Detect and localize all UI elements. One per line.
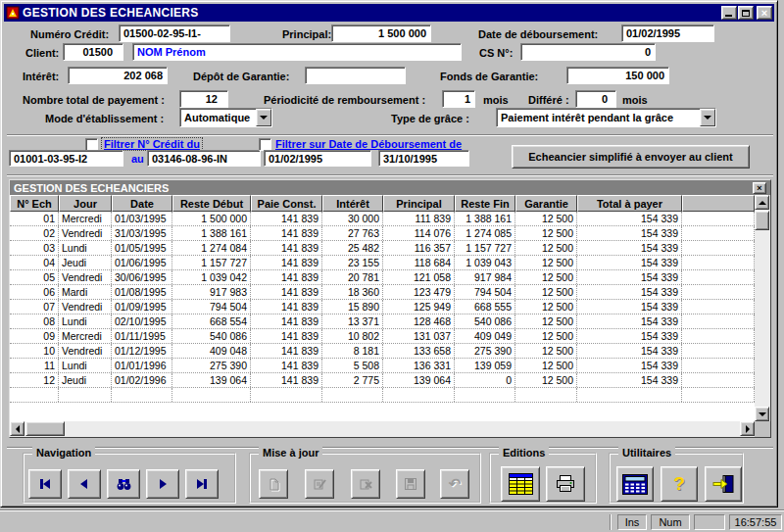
table-cell[interactable]: 540 086: [455, 314, 515, 328]
table-cell[interactable]: 116 357: [383, 241, 455, 255]
table-cell[interactable]: 154 339: [577, 344, 682, 358]
table-cell[interactable]: 01/02/1996: [112, 373, 172, 387]
fonds-garantie-field[interactable]: 150 000: [566, 67, 669, 84]
table-cell[interactable]: 06: [10, 285, 59, 299]
table-cell[interactable]: 01/08/1995: [112, 285, 172, 299]
client-code-field[interactable]: 01500: [63, 43, 123, 61]
table-cell[interactable]: Vendredi: [59, 300, 112, 314]
new-record-button[interactable]: [259, 469, 288, 499]
close-button[interactable]: ×: [757, 6, 772, 20]
table-cell[interactable]: 668 554: [172, 314, 251, 328]
exit-button[interactable]: [705, 466, 742, 502]
table-cell[interactable]: Lundi: [59, 241, 112, 255]
mode-dropdown-button[interactable]: [256, 109, 271, 126]
table-cell[interactable]: 141 839: [251, 212, 322, 225]
table-cell[interactable]: 154 339: [577, 212, 682, 225]
table-cell[interactable]: Vendredi: [59, 226, 112, 240]
maximize-button[interactable]: [738, 6, 754, 20]
edit-record-button[interactable]: [305, 469, 334, 499]
table-row[interactable]: 06Mardi01/08/1995917 983141 83918 360123…: [10, 285, 755, 300]
table-cell[interactable]: 118 684: [383, 256, 455, 269]
table-cell[interactable]: 09: [10, 329, 59, 343]
table-cell[interactable]: 917 983: [172, 285, 251, 299]
table-cell[interactable]: 01/12/1995: [112, 344, 172, 358]
table-cell[interactable]: 1 039 043: [455, 256, 515, 269]
interet-field[interactable]: 202 068: [68, 67, 168, 84]
table-cell[interactable]: 794 504: [172, 300, 251, 314]
vertical-scrollbar[interactable]: [755, 195, 770, 421]
filter-date-to-field[interactable]: 31/10/1995: [378, 150, 469, 167]
nav-last-button[interactable]: [185, 469, 219, 499]
table-cell[interactable]: 02/10/1995: [112, 314, 172, 328]
table-cell[interactable]: [383, 388, 455, 402]
table-cell[interactable]: 154 339: [577, 241, 682, 255]
vscroll-thumb[interactable]: [755, 211, 769, 230]
table-row[interactable]: 03Lundi01/05/19951 274 084141 83925 4821…: [10, 241, 755, 256]
table-cell[interactable]: 01/05/1995: [112, 241, 172, 255]
nav-first-button[interactable]: [28, 469, 62, 499]
horizontal-scrollbar[interactable]: [10, 421, 755, 437]
table-cell[interactable]: 917 984: [455, 270, 515, 284]
filter-credit-from-field[interactable]: 01001-03-95-I2: [9, 150, 123, 167]
table-cell[interactable]: 12: [10, 373, 59, 387]
table-cell[interactable]: 25 482: [322, 241, 383, 255]
table-cell[interactable]: 154 339: [577, 359, 682, 372]
principal-field[interactable]: 1 500 000: [331, 24, 431, 42]
table-cell[interactable]: 12 500: [515, 373, 577, 387]
table-cell[interactable]: 141 839: [251, 241, 322, 255]
table-cell[interactable]: [10, 388, 59, 402]
table-cell[interactable]: Lundi: [59, 314, 112, 328]
table-cell[interactable]: 12 500: [515, 329, 577, 343]
table-cell[interactable]: 11: [10, 359, 59, 372]
table-cell[interactable]: 141 839: [251, 270, 322, 284]
table-cell[interactable]: [515, 388, 577, 402]
table-cell[interactable]: 15 890: [322, 300, 383, 314]
table-cell[interactable]: 275 390: [455, 344, 515, 358]
minimize-button[interactable]: [721, 6, 737, 20]
table-cell[interactable]: 540 086: [172, 329, 251, 343]
table-cell[interactable]: 154 339: [577, 270, 682, 284]
column-header[interactable]: Garantie: [515, 195, 577, 212]
table-cell[interactable]: Mardi: [59, 285, 112, 299]
table-cell[interactable]: 154 339: [577, 256, 682, 269]
cs-field[interactable]: 0: [520, 43, 656, 61]
filter-date-label[interactable]: Filtrer sur Date de Déboursement de: [275, 138, 462, 150]
table-cell[interactable]: 01/09/1995: [112, 300, 172, 314]
table-cell[interactable]: 01: [10, 212, 59, 225]
table-cell[interactable]: 12 500: [515, 212, 577, 225]
nav-find-button[interactable]: [107, 469, 140, 499]
table-row[interactable]: 08Lundi02/10/1995668 554141 83913 371128…: [10, 314, 755, 329]
table-cell[interactable]: 123 479: [383, 285, 455, 299]
table-cell[interactable]: Mercredi: [59, 212, 112, 225]
table-cell[interactable]: 20 781: [322, 270, 383, 284]
depot-garantie-field[interactable]: [305, 67, 406, 84]
table-cell[interactable]: 139 059: [455, 359, 515, 372]
table-cell[interactable]: 154 339: [577, 373, 682, 387]
schedule-table-button[interactable]: [501, 466, 540, 502]
table-cell[interactable]: 668 555: [455, 300, 515, 314]
table-cell[interactable]: 12 500: [515, 314, 577, 328]
table-cell[interactable]: [112, 388, 172, 402]
table-cell[interactable]: 04: [10, 256, 59, 269]
table-cell[interactable]: 111 839: [383, 212, 455, 225]
column-header[interactable]: Reste Fin: [455, 195, 515, 212]
column-header[interactable]: Jour: [59, 195, 112, 212]
table-cell[interactable]: 07: [10, 300, 59, 314]
table-cell[interactable]: 1 157 727: [455, 241, 515, 255]
table-row[interactable]: 05Vendredi30/06/19951 039 042141 83920 7…: [10, 270, 755, 285]
table-cell[interactable]: 01/06/1995: [112, 256, 172, 269]
table-cell[interactable]: 133 658: [383, 344, 455, 358]
help-button[interactable]: ?: [661, 466, 698, 502]
table-cell[interactable]: 125 949: [383, 300, 455, 314]
table-cell[interactable]: 12 500: [515, 226, 577, 240]
table-cell[interactable]: 141 839: [251, 359, 322, 372]
table-cell[interactable]: 8 181: [322, 344, 383, 358]
type-grace-dropdown-button[interactable]: [700, 109, 715, 126]
table-cell[interactable]: 794 504: [455, 285, 515, 299]
grid-close-button[interactable]: ×: [753, 182, 766, 194]
table-cell[interactable]: 1 388 161: [455, 212, 515, 225]
table-cell[interactable]: 01/01/1996: [112, 359, 172, 372]
mode-etablissement-combo[interactable]: Automatique: [179, 108, 272, 127]
table-cell[interactable]: 1 274 084: [172, 241, 251, 255]
table-cell[interactable]: Mercredi: [59, 329, 112, 343]
